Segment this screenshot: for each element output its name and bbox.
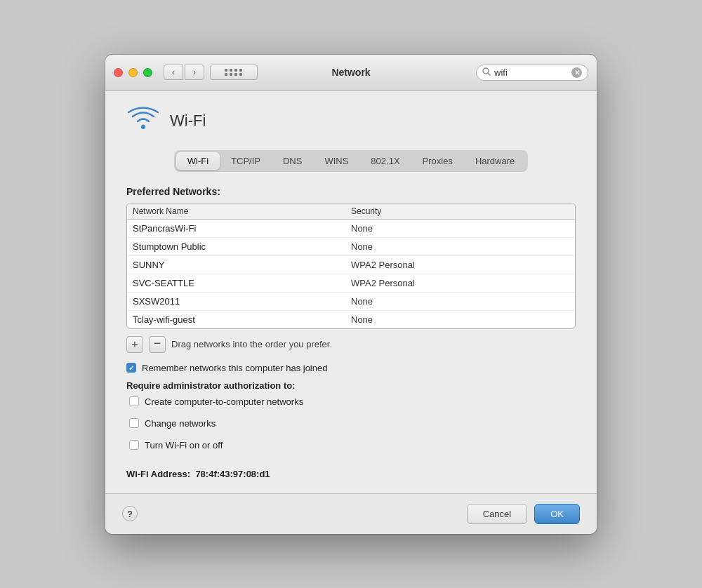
close-button[interactable] [114,68,123,77]
tab-8021x[interactable]: 802.1X [359,152,411,170]
network-security: None [351,223,569,234]
table-row[interactable]: Tclay-wifi-guest None [127,311,575,328]
svg-point-2 [141,125,145,129]
network-security: None [351,314,569,325]
table-controls: + − Drag networks into the order you pre… [126,336,576,353]
remember-checkbox-row[interactable]: Remember networks this computer has join… [126,363,576,373]
tab-wins[interactable]: WINS [313,152,359,170]
add-network-button[interactable]: + [126,336,143,353]
network-name: StPancrasWi-Fi [133,223,351,234]
remember-checkbox[interactable] [126,363,136,373]
tab-dns[interactable]: DNS [272,152,313,170]
tab-proxies[interactable]: Proxies [411,152,464,170]
network-security: WPA2 Personal [351,260,569,270]
wifi-address-value: 78:4f:43:97:08:d1 [195,469,270,479]
tab-tcpip[interactable]: TCP/IP [220,152,272,170]
drag-hint: Drag networks into the order you prefer. [171,339,332,349]
wifi-icon [126,105,160,136]
table-row[interactable]: StPancrasWi-Fi None [127,220,575,238]
main-window: ‹ › Network ✕ [105,55,597,534]
footer: ? Cancel OK [105,493,597,534]
table-header: Network Name Security [127,203,575,220]
preferred-networks-heading: Preferred Networks: [126,186,576,197]
table-row[interactable]: SVC-SEATTLE WPA2 Personal [127,274,575,293]
help-button[interactable]: ? [122,506,138,521]
cancel-button[interactable]: Cancel [467,504,527,524]
change-networks-row[interactable]: Change networks [129,418,576,429]
titlebar: ‹ › Network ✕ [105,55,597,91]
network-security: None [351,296,569,307]
require-options: Create computer-to-computer networks Cha… [126,396,576,457]
minimize-button[interactable] [128,68,138,77]
remember-label: Remember networks this computer has join… [142,363,327,373]
remove-network-button[interactable]: − [149,336,166,353]
network-name: Stumptown Public [133,241,351,252]
main-content: Wi-Fi Wi-Fi TCP/IP DNS WINS 802.1X Proxi… [105,91,597,493]
grid-icon [225,69,243,76]
search-box[interactable]: ✕ [476,65,588,81]
tab-hardware[interactable]: Hardware [464,152,526,170]
network-security: WPA2 Personal [351,278,569,288]
tabs-container: Wi-Fi TCP/IP DNS WINS 802.1X Proxies Har… [174,150,529,172]
table-row[interactable]: Stumptown Public None [127,238,575,256]
forward-button[interactable]: › [185,65,204,80]
create-network-checkbox[interactable] [129,396,139,406]
network-name: SVC-SEATTLE [133,278,351,288]
network-security: None [351,241,569,252]
network-name: SXSW2011 [133,296,351,307]
nav-buttons: ‹ › [164,65,204,80]
svg-line-1 [488,73,490,75]
network-name: SUNNY [133,260,351,270]
create-network-row[interactable]: Create computer-to-computer networks [129,396,576,407]
traffic-lights [114,68,152,77]
grid-button[interactable] [210,65,258,80]
footer-buttons: Cancel OK [467,504,580,524]
maximize-button[interactable] [143,68,152,77]
change-networks-checkbox[interactable] [129,418,139,428]
col-header-name: Network Name [133,206,351,216]
turn-wifi-row[interactable]: Turn Wi-Fi on or off [129,440,576,450]
search-input[interactable] [494,67,568,78]
search-icon [482,67,491,78]
tab-wifi[interactable]: Wi-Fi [176,152,220,170]
wifi-header: Wi-Fi [126,105,576,136]
wifi-section-title: Wi-Fi [170,112,206,130]
ok-button[interactable]: OK [534,504,580,524]
networks-table: Network Name Security StPancrasWi-Fi Non… [126,203,576,329]
turn-wifi-label: Turn Wi-Fi on or off [145,440,223,450]
tabs-bar: Wi-Fi TCP/IP DNS WINS 802.1X Proxies Har… [126,150,576,172]
back-button[interactable]: ‹ [164,65,183,80]
require-admin-label: Require administrator authorization to: [126,380,576,391]
turn-wifi-checkbox[interactable] [129,440,139,450]
wifi-address: Wi-Fi Address: 78:4f:43:97:08:d1 [126,469,576,479]
window-title: Network [331,67,370,78]
change-networks-label: Change networks [145,418,216,429]
create-network-label: Create computer-to-computer networks [145,396,303,407]
network-name: Tclay-wifi-guest [133,314,351,325]
wifi-address-label: Wi-Fi Address: [126,469,190,479]
search-clear-button[interactable]: ✕ [571,67,582,78]
table-row[interactable]: SUNNY WPA2 Personal [127,256,575,274]
table-row[interactable]: SXSW2011 None [127,293,575,311]
col-header-security: Security [351,206,569,216]
